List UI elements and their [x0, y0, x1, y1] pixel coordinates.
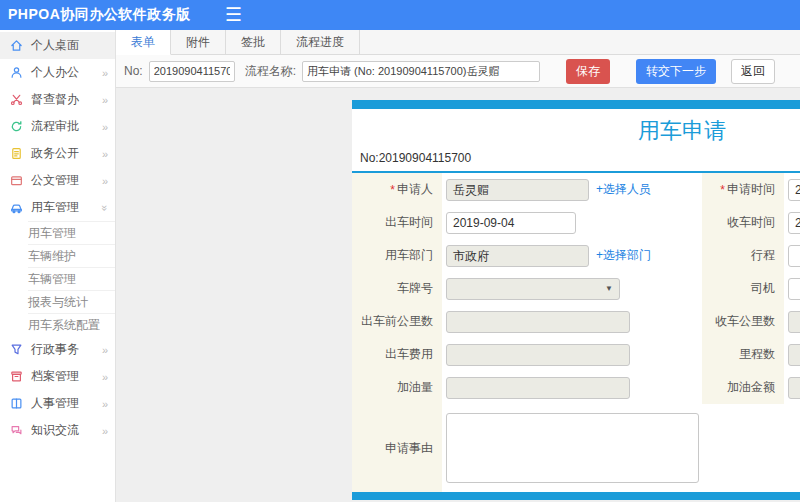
field-label-text: 收车时间 — [727, 214, 775, 231]
sidebar-subitem[interactable]: 车辆管理 — [28, 267, 115, 290]
field-label: 加油金额 — [702, 371, 784, 404]
sidebar-item-workflow-approval[interactable]: 流程审批» — [0, 113, 115, 140]
field-input-cell — [784, 245, 800, 267]
tab-sign[interactable]: 签批 — [226, 30, 281, 54]
form-row-mileage: 里程数 — [702, 338, 800, 371]
field-label-text: 申请事由 — [385, 440, 433, 457]
apply-time-input[interactable]: 20 — [788, 179, 800, 201]
sidebar-item-admin-affairs[interactable]: 行政事务» — [0, 336, 115, 363]
field-label: 里程数 — [702, 338, 784, 371]
field-label-text: 收车公里数 — [715, 313, 775, 330]
form-row-itinerary: 行程 — [702, 239, 800, 272]
sidebar-item-supervision[interactable]: 督查督办» — [0, 86, 115, 113]
return-time-input[interactable]: 20 — [788, 212, 800, 234]
form-row-use-department: 用车部门市政府+选择部门 — [352, 239, 702, 272]
sidebar-item-label: 政务公开 — [31, 145, 79, 162]
field-label: 加油量 — [352, 371, 442, 404]
folder-icon — [10, 174, 25, 188]
sidebar-item-label: 流程审批 — [31, 118, 79, 135]
field-label: 收车时间 — [702, 206, 784, 239]
back-button[interactable]: 返回 — [731, 59, 775, 84]
chat-icon — [10, 424, 25, 438]
form-number: No:20190904115700 — [352, 148, 800, 171]
sidebar-item-personal-desktop[interactable]: 个人桌面 — [0, 32, 115, 59]
sidebar-item-label: 人事管理 — [31, 395, 79, 412]
cycle-icon — [10, 120, 25, 134]
sidebar-item-knowledge-exchange[interactable]: 知识交流» — [0, 417, 115, 444]
field-input-cell: 市政府+选择部门 — [442, 245, 702, 267]
applicant-input: 岳灵赗 — [446, 179, 589, 201]
sidebar-item-vehicle-mgmt[interactable]: 用车管理» — [0, 194, 115, 221]
sidebar-item-personal-office[interactable]: 个人办公» — [0, 59, 115, 86]
field-input-cell: 20 — [784, 212, 800, 234]
field-input-cell: 岳灵赗+选择人员 — [442, 179, 702, 201]
field-input-cell — [442, 344, 702, 366]
tab-form[interactable]: 表单 — [116, 30, 171, 55]
sidebar-subitem[interactable]: 报表与统计 — [28, 290, 115, 313]
field-label-text: 出车时间 — [385, 214, 433, 231]
form-row-depart-time: 出车时间2019-09-04 — [352, 206, 702, 239]
field-input-cell — [784, 377, 800, 399]
field-label-text: 加油金额 — [727, 379, 775, 396]
form-title: 用车申请 — [352, 109, 800, 148]
sidebar-subitem[interactable]: 车辆维护 — [28, 244, 115, 267]
dropdown-arrow-icon: ▼ — [605, 279, 613, 299]
field-input-cell: 2019-09-04 — [442, 212, 702, 234]
flow-name-input[interactable] — [302, 61, 540, 82]
chevron-right-icon: » — [102, 148, 108, 160]
field-label: 行程 — [702, 239, 784, 272]
field-label: *申请人 — [352, 173, 442, 206]
form-fields: *申请人岳灵赗+选择人员出车时间2019-09-04用车部门市政府+选择部门车牌… — [352, 171, 800, 492]
chevron-right-icon: » — [102, 344, 108, 356]
chevron-right-icon: » — [102, 94, 108, 106]
select-department-link[interactable]: +选择部门 — [596, 247, 651, 264]
chevron-right-icon: » — [102, 425, 108, 437]
trip-cost-input — [446, 344, 630, 366]
sidebar-item-label: 知识交流 — [31, 422, 79, 439]
sidebar-item-gov-affairs-public[interactable]: 政务公开» — [0, 140, 115, 167]
use-department-input: 市政府 — [446, 245, 589, 267]
form-row-return-time: 收车时间20 — [702, 206, 800, 239]
home-icon — [10, 39, 25, 53]
form-row-plate-number: 车牌号▼ — [352, 272, 702, 305]
mileage-input — [788, 344, 800, 366]
field-input-cell: 20 — [784, 179, 800, 201]
sidebar-item-hr-mgmt[interactable]: 人事管理» — [0, 390, 115, 417]
sidebar-item-official-doc-mgmt[interactable]: 公文管理» — [0, 167, 115, 194]
driver-input[interactable] — [788, 278, 800, 300]
sidebar-subitem[interactable]: 用车管理 — [28, 221, 115, 244]
book-icon — [10, 397, 25, 411]
form-footer-bar — [352, 492, 800, 500]
save-button[interactable]: 保存 — [566, 59, 610, 84]
main-area: 表单附件签批流程进度 No: 流程名称: 保存 转交下一步 返回 用车申请 No… — [116, 30, 800, 502]
field-label-text: 车牌号 — [397, 280, 433, 297]
no-input[interactable] — [149, 61, 235, 82]
sidebar-item-archive-mgmt[interactable]: 档案管理» — [0, 363, 115, 390]
form-right-column: *申请时间20收车时间20行程司机收车公里数里程数加油金额 — [702, 173, 800, 404]
km-before-departure-input — [446, 311, 630, 333]
plate-number-select[interactable]: ▼ — [446, 278, 620, 300]
user-icon — [10, 66, 25, 80]
tab-flow-progress[interactable]: 流程进度 — [281, 30, 360, 54]
field-input-cell — [442, 413, 702, 483]
no-label: No: — [124, 64, 143, 78]
sidebar-item-label: 个人桌面 — [31, 37, 79, 54]
hamburger-icon[interactable]: ☰ — [225, 0, 242, 30]
depart-time-input[interactable]: 2019-09-04 — [446, 212, 576, 234]
tab-attachment[interactable]: 附件 — [171, 30, 226, 54]
field-input-cell — [784, 344, 800, 366]
sidebar-item-label: 公文管理 — [31, 172, 79, 189]
form-row-application-reason: 申请事由 — [352, 404, 702, 492]
field-label: 出车费用 — [352, 338, 442, 371]
application-reason-textarea[interactable] — [446, 413, 699, 483]
field-label: 出车前公里数 — [352, 305, 442, 338]
field-label: 出车时间 — [352, 206, 442, 239]
itinerary-input[interactable] — [788, 245, 800, 267]
select-person-link[interactable]: +选择人员 — [596, 181, 651, 198]
field-input-cell — [442, 377, 702, 399]
sidebar-subitem[interactable]: 用车系统配置 — [28, 313, 115, 336]
tab-bar: 表单附件签批流程进度 — [116, 30, 800, 55]
field-input-cell — [784, 278, 800, 300]
car-icon — [10, 201, 25, 215]
forward-next-step-button[interactable]: 转交下一步 — [636, 59, 716, 84]
